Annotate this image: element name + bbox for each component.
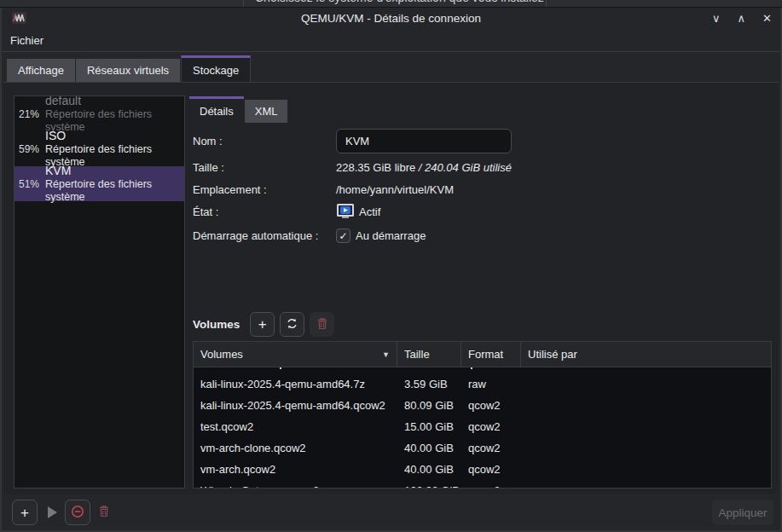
refresh-icon [286,317,298,332]
size-label: Taille : [193,161,336,174]
menu-fichier[interactable]: Fichier [2,32,52,49]
pool-usage-percent: 51% [19,178,45,190]
volume-row[interactable]: kali-linux-2025.4-qemu-amd64.qcow2 80.09… [194,395,771,416]
menubar: Fichier [2,29,780,52]
autostart-value: Au démarrage [356,229,426,242]
check-icon: ✓ [339,230,347,242]
refresh-volumes-button[interactable] [280,312,304,337]
volume-row[interactable]: Whonix-Gateway.qcow2 100.00 GiB qcow2 [194,480,771,488]
pool-item-iso[interactable]: 59% ISO Répertoire des fichiers système [14,131,184,166]
tab-stockage[interactable]: Stockage [181,55,251,82]
trash-icon [316,317,328,332]
column-header-format[interactable]: Format [461,342,521,367]
pool-item-default[interactable]: 21% default Répertoire des fichiers syst… [14,96,184,131]
volume-row[interactable]: kali-linux-2025.4-qemu-amd64.7z 3.59 GiB… [194,373,771,395]
location-label: Emplacement : [193,183,336,196]
pool-details-form: Nom : Taille : 228.35 GiB libre / 240.04… [193,125,772,248]
background-window-divider [243,0,244,8]
minimize-icon[interactable]: ∨ [712,13,721,24]
screen: Choisissez le système d'exploitation que… [0,0,782,532]
connection-details-window: QEMU/KVM - Détails de connexion ∨ ∧ ✕ Fi… [0,8,782,532]
subtab-xml[interactable]: XML [245,100,288,123]
maximize-icon[interactable]: ∧ [738,13,746,24]
storage-tab-page: 21% default Répertoire des fichiers syst… [3,82,779,494]
add-pool-button[interactable]: + [12,500,38,525]
volumes-table-body[interactable]: kali-linux-2025.4-qemu-amd64.7z 3.59 GiB… [194,373,771,488]
pool-running-icon [336,203,355,222]
pool-actions: + [12,500,117,525]
pool-item-kvm[interactable]: 51% KVM Répertoire des fichiers système [14,166,184,201]
delete-pool-button[interactable] [91,500,117,525]
stop-circle-icon [71,505,84,521]
apply-button[interactable]: Appliquer [712,500,773,525]
window-controls: ∨ ∧ ✕ [712,8,772,29]
pool-name-input[interactable] [336,129,512,153]
state-value: Actif [359,205,380,218]
close-icon[interactable]: ✕ [762,13,772,24]
size-value: 228.35 GiB libre / 240.04 GiB utilisé [336,161,512,174]
add-volume-button[interactable]: + [250,312,275,337]
column-header-taille[interactable]: Taille [397,342,461,367]
play-icon [48,506,57,518]
delete-volume-button[interactable] [310,312,334,337]
subtab-details[interactable]: Détails [189,96,244,123]
partial-scrolled-row [194,367,771,373]
size-used: / 240.04 GiB utilisé [419,161,512,174]
volumes-section-title: Volumes [193,318,240,331]
pool-details-panel: Détails XML Nom : Taille : 228.35 GiB li… [189,83,772,494]
trash-icon [98,505,110,520]
tab-reseaux-virtuels[interactable]: Réseaux virtuels [76,59,180,82]
volume-row[interactable]: test.qcow2 15.00 GiB qcow2 [194,416,771,437]
state-label: État : [193,205,336,218]
pool-name: default [45,95,184,108]
pool-name: ISO [45,129,184,143]
autostart-checkbox[interactable]: ✓ [336,228,350,243]
volumes-table-header: Volumes ▼ Taille Format Utilisé par [194,342,771,367]
autostart-label: Démarrage automatique : [193,229,336,242]
background-window-sliver: Choisissez le système d'exploitation que… [0,0,782,8]
pool-usage-percent: 59% [19,143,45,155]
virt-manager-app-icon [12,11,27,25]
volumes-toolbar: Volumes + [193,312,334,337]
column-header-utilise-par[interactable]: Utilisé par [521,342,771,367]
pool-usage-percent: 21% [19,108,45,120]
tab-affichage[interactable]: Affichage [7,59,75,82]
storage-pool-list[interactable]: 21% default Répertoire des fichiers syst… [14,95,185,489]
details-subtabbar: Détails XML [189,95,772,123]
start-pool-button[interactable] [38,500,64,525]
size-free: 228.35 GiB libre [336,161,419,174]
column-header-volumes[interactable]: Volumes ▼ [194,342,397,367]
bottom-action-bar: + [2,494,780,530]
stop-pool-button[interactable] [65,500,90,525]
location-value: /home/yann/virtuel/KVM [336,183,454,196]
plus-icon: + [258,317,267,332]
main-tabbar: Affichage Réseaux virtuels Stockage [2,52,780,82]
plus-icon: + [20,506,29,520]
window-title: QEMU/KVM - Détails de connexion [2,12,780,25]
name-label: Nom : [193,135,336,147]
titlebar[interactable]: QEMU/KVM - Détails de connexion ∨ ∧ ✕ [2,8,780,29]
background-window-divider-2 [546,0,547,8]
volume-row[interactable]: vm-arch-clone.qcow2 40.00 GiB qcow2 [194,437,771,459]
sort-descending-icon: ▼ [382,350,390,359]
background-window-text: Choisissez le système d'exploitation que… [255,0,544,4]
pool-type: Répertoire des fichiers système [45,178,184,204]
pool-name: KVM [45,164,184,178]
volumes-table: Volumes ▼ Taille Format Utilisé par kali… [193,341,772,489]
volume-row[interactable]: vm-arch.qcow2 40.00 GiB qcow2 [194,459,771,480]
